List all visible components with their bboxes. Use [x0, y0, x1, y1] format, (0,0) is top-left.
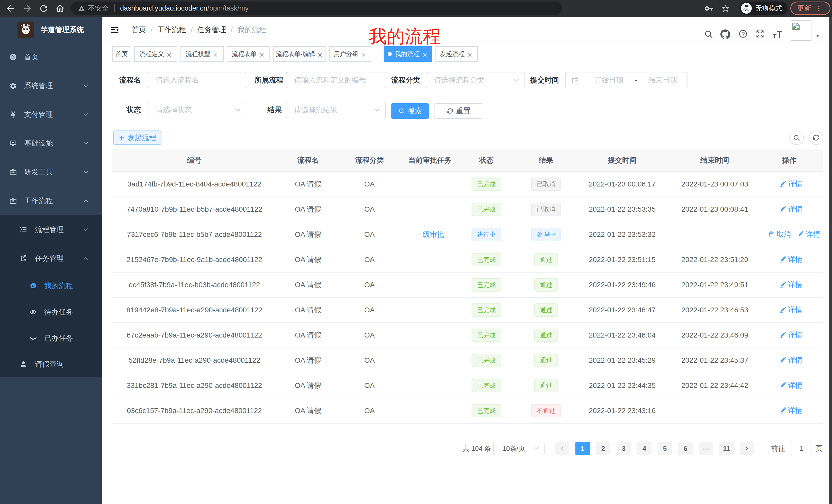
detail-action-link[interactable]: 详情 — [779, 330, 802, 340]
breadcrumb-item[interactable]: 工作流程 — [157, 25, 186, 35]
detail-action-link[interactable]: 详情 — [779, 305, 802, 315]
detail-action-link[interactable]: 详情 — [779, 381, 802, 390]
cell-process-id: 3ad174fb-7b9d-11ec-8404-acde48001122 — [112, 172, 277, 197]
tab-close-icon[interactable] — [361, 51, 367, 57]
pagination-next-button[interactable] — [740, 442, 754, 455]
header-search-icon[interactable] — [704, 30, 713, 39]
tab-close-icon[interactable] — [317, 51, 323, 57]
close-icon — [317, 52, 323, 58]
refresh-table-button[interactable] — [809, 131, 823, 145]
tab-process-model[interactable]: 流程模型 — [181, 46, 224, 62]
sidebar-item-infra[interactable]: 基础设施 — [0, 129, 102, 158]
chevron-down-icon — [83, 169, 89, 175]
filter-time-range-picker[interactable]: 开始日期 - 结束日期 — [565, 72, 687, 88]
cell-category: OA — [339, 172, 399, 197]
cell-current-task: 一级审批 — [415, 230, 444, 239]
tab-process-form-edit[interactable]: 流程表单-编辑 — [273, 46, 326, 62]
filter-status-select[interactable]: 请选择状态 — [148, 102, 246, 118]
search-button[interactable]: 搜索 — [391, 103, 430, 119]
sidebar-item-leave-query[interactable]: 请假查询 — [0, 352, 102, 377]
sidebar-item-home[interactable]: 首页 — [0, 43, 102, 72]
pagination-prev-button[interactable] — [555, 442, 569, 455]
sidebar-item-workflow[interactable]: 工作流程 — [0, 187, 102, 215]
tab-process-form[interactable]: 流程表单 — [227, 46, 270, 62]
detail-action-link[interactable]: 详情 — [779, 179, 802, 189]
cancel-action-link[interactable]: 取消 — [768, 229, 791, 239]
detail-action-link[interactable]: 详情 — [797, 229, 820, 239]
pagination-page-2[interactable]: 2 — [596, 442, 610, 455]
browser-update-button[interactable]: 更新 — [790, 2, 830, 15]
tab-close-icon[interactable] — [467, 51, 473, 57]
fullscreen-icon[interactable] — [755, 29, 765, 38]
detail-action-link[interactable]: 详情 — [779, 405, 802, 415]
sidebar-item-my-process[interactable]: 我的流程 — [0, 273, 102, 299]
github-icon[interactable] — [721, 29, 730, 39]
gear-icon — [9, 82, 17, 90]
goto-page-input[interactable] — [791, 442, 811, 455]
status-tag: 已完成 — [471, 354, 501, 367]
filter-category-select[interactable]: 请选择流程分类 — [426, 72, 525, 88]
browser-forward-icon[interactable] — [22, 3, 32, 13]
breadcrumb-item[interactable]: 首页 — [132, 25, 146, 35]
close-icon — [467, 52, 473, 58]
column-header: 结束时间 — [665, 149, 765, 172]
sidebar-collapse-icon[interactable] — [110, 25, 119, 34]
cell-end-time — [665, 398, 765, 423]
filter-result-select[interactable]: 请选择流结果 — [286, 102, 386, 118]
tab-close-icon[interactable] — [212, 51, 218, 57]
bookmark-star-icon[interactable] — [721, 4, 730, 13]
cell-actions: 详情 — [765, 373, 823, 398]
tab-close-icon[interactable] — [259, 51, 265, 57]
sidebar-item-todo-task[interactable]: 待办任务 — [0, 299, 102, 325]
page-size-select[interactable]: 10条/页 — [493, 442, 545, 455]
detail-action-link[interactable]: 详情 — [779, 204, 802, 214]
tab-home[interactable]: 首页 — [112, 46, 131, 62]
app-logo[interactable]: 芋道管理系统 — [0, 17, 102, 43]
sidebar-item-payment[interactable]: 支付管理 — [0, 100, 102, 129]
font-size-icon[interactable] — [772, 29, 783, 39]
tab-close-icon[interactable] — [166, 51, 172, 57]
filter-parent-input[interactable] — [286, 76, 386, 84]
sidebar-item-system[interactable]: 系统管理 — [0, 72, 102, 100]
toggle-search-button[interactable] — [789, 131, 804, 145]
browser-back-icon[interactable] — [5, 3, 16, 13]
sidebar-item-done-task[interactable]: 已办任务 — [0, 325, 102, 352]
breadcrumb-item[interactable]: 任务管理 — [198, 25, 226, 35]
address-bar[interactable]: 不安全 dashboard.yudao.iocoder.cn/bpm/task/… — [71, 2, 562, 15]
result-tag: 已取消 — [531, 177, 561, 191]
browser-reload-icon[interactable] — [38, 3, 49, 13]
sidebar-item-process-manage[interactable]: 流程管理 — [0, 215, 102, 244]
pagination-page-1[interactable]: 1 — [575, 442, 590, 455]
action-label: 详情 — [788, 405, 802, 415]
pagination-page-5[interactable]: 5 — [658, 442, 672, 455]
pagination-page-11[interactable]: 11 — [719, 442, 734, 455]
tab-create-process[interactable]: 发起流程 — [435, 46, 478, 62]
status-tag: 已完成 — [471, 379, 501, 392]
tab-label: 流程表单-编辑 — [276, 50, 315, 58]
reset-button[interactable]: 重置 — [434, 103, 483, 119]
filter-name-input[interactable] — [148, 76, 246, 84]
pagination-page-6[interactable]: 6 — [678, 442, 693, 455]
sidebar-item-devtools[interactable]: 研发工具 — [0, 158, 102, 187]
user-avatar[interactable] — [791, 20, 811, 40]
tab-process-definition[interactable]: 流程定义 — [134, 46, 177, 62]
sidebar-item-task-manage[interactable]: 任务管理 — [0, 244, 102, 273]
sidebar: 芋道管理系统 首页系统管理支付管理基础设施研发工具工作流程流程管理任务管理我的流… — [0, 17, 102, 504]
chevron-up-icon — [83, 198, 89, 204]
tab-close-icon[interactable] — [422, 51, 428, 57]
table-row: 7317cec6-7b9b-11ec-b5b7-acde48001122OA 请… — [112, 222, 823, 247]
password-key-icon[interactable] — [704, 4, 713, 13]
detail-action-link[interactable]: 详情 — [779, 255, 802, 264]
browser-home-icon[interactable] — [55, 3, 65, 13]
detail-action-link[interactable]: 详情 — [779, 355, 802, 365]
pagination-page-4[interactable]: 4 — [637, 442, 651, 455]
detail-action-link[interactable]: 详情 — [779, 280, 802, 289]
cell-submit-time: 2022-01-22 23:45:29 — [579, 348, 665, 373]
pagination-ellipsis[interactable] — [699, 442, 713, 455]
avatar-caret-down-icon[interactable] — [814, 33, 821, 38]
create-process-button[interactable]: 发起流程 — [113, 131, 161, 145]
tab-user-group[interactable]: 用户分组 — [329, 46, 371, 62]
kebab-menu-icon[interactable] — [815, 5, 823, 12]
help-icon[interactable] — [738, 29, 748, 38]
pagination-page-3[interactable]: 3 — [617, 442, 631, 455]
